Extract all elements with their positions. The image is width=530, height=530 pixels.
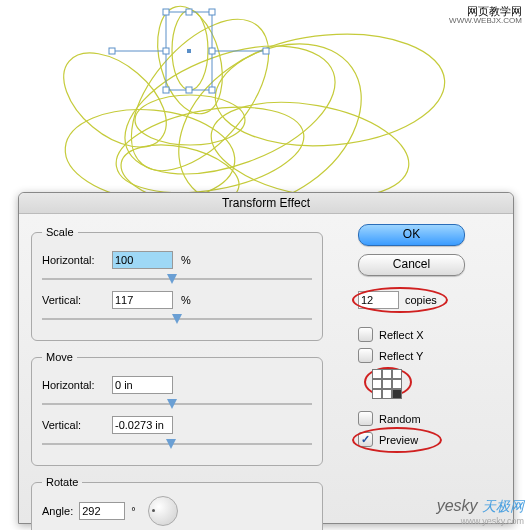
rotate-dial[interactable] [148,496,178,526]
svg-rect-21 [186,87,192,93]
ok-button[interactable]: OK [358,224,465,246]
svg-point-2 [105,0,294,195]
rotate-angle-unit: ° [131,505,135,517]
move-legend: Move [42,351,77,363]
svg-point-4 [211,25,450,155]
watermark-url: www.yesky.com [437,516,524,526]
watermark-top-url: WWW.WEBJX.COM [449,17,522,26]
move-v-label: Vertical: [42,419,112,431]
scale-v-slider[interactable] [42,314,312,324]
move-h-slider[interactable] [42,399,312,409]
scale-v-unit: % [181,294,191,306]
preview-checkbox[interactable]: ✓Preview [358,432,498,447]
svg-rect-17 [209,9,215,15]
watermark-top: 网页教学网 WWW.WEBJX.COM [449,5,522,26]
scale-group: Scale Horizontal: % Vertical: % [31,226,323,341]
watermark-bottom: yesky 天极网 www.yesky.com [437,497,524,526]
watermark-logo: yesky [437,497,478,514]
svg-rect-24 [263,48,269,54]
svg-rect-20 [163,87,169,93]
scale-h-input[interactable] [112,251,173,269]
highlight-ring-copies [352,287,448,313]
svg-rect-19 [209,48,215,54]
canvas-artwork [0,0,530,200]
watermark-cn: 天极网 [482,498,524,514]
rotate-angle-label: Angle: [42,505,73,517]
move-v-input[interactable] [112,416,173,434]
svg-rect-25 [187,49,191,53]
svg-point-1 [147,0,233,121]
random-checkbox[interactable]: Random [358,411,498,426]
svg-rect-15 [163,9,169,15]
svg-rect-23 [109,48,115,54]
svg-rect-16 [186,9,192,15]
move-group: Move Horizontal: Vertical: [31,351,323,466]
reflect-y-checkbox[interactable]: Reflect Y [358,348,498,363]
dialog-title: Transform Effect [19,193,513,214]
move-h-label: Horizontal: [42,379,112,391]
anchor-grid[interactable] [372,369,402,399]
svg-point-10 [135,95,245,145]
scale-h-slider[interactable] [42,274,312,284]
svg-rect-18 [163,48,169,54]
rotate-legend: Rotate [42,476,82,488]
highlight-ring-preview [352,427,442,453]
reflect-x-checkbox[interactable]: Reflect X [358,327,498,342]
scale-v-input[interactable] [112,291,173,309]
move-v-slider[interactable] [42,439,312,449]
cancel-button[interactable]: Cancel [358,254,465,276]
rotate-group: Rotate Angle: ° [31,476,323,530]
scale-h-unit: % [181,254,191,266]
transform-effect-dialog: Transform Effect Scale Horizontal: % Ver… [18,192,514,524]
rotate-angle-input[interactable] [79,502,125,520]
scale-h-label: Horizontal: [42,254,112,266]
svg-rect-22 [209,87,215,93]
move-h-input[interactable] [112,376,173,394]
scale-legend: Scale [42,226,78,238]
scale-v-label: Vertical: [42,294,112,306]
